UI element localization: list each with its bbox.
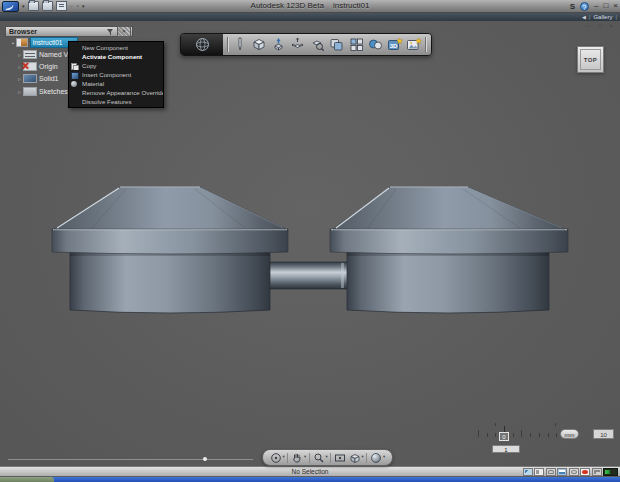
menu-item-new-component[interactable]: New Component xyxy=(69,43,163,52)
document-title: instructi01 xyxy=(333,1,369,10)
tree-node-solid[interactable]: ▹ Solid1 xyxy=(18,73,58,84)
sketch-pen-icon[interactable] xyxy=(231,36,248,53)
sketch-toggle-icon[interactable] xyxy=(523,468,533,476)
scale-value-box[interactable]: 10 xyxy=(593,429,614,439)
main-toolbar: 3D xyxy=(180,33,432,56)
tree-bullet: • xyxy=(12,40,14,46)
filter-funnel-icon[interactable] xyxy=(107,28,114,35)
press-pull-icon[interactable] xyxy=(270,36,287,53)
help-icon[interactable]: ? xyxy=(580,2,589,11)
os-taskbar-edge xyxy=(0,477,620,482)
sketches-icon xyxy=(23,87,37,96)
tree-node-origin[interactable]: ▹ × Origin xyxy=(18,61,58,72)
menu-item-activate-component[interactable]: Activate Component xyxy=(69,52,163,61)
view-style-cube-icon[interactable]: ▾ xyxy=(349,452,364,464)
main-menu-button[interactable] xyxy=(181,34,223,55)
look-at-icon[interactable] xyxy=(334,452,346,464)
separator: | xyxy=(589,13,591,21)
maximize-button[interactable]: □ xyxy=(603,0,608,12)
sync-icon[interactable]: S xyxy=(570,2,575,11)
insert-image-icon[interactable] xyxy=(406,36,423,53)
browser-panel-title: Browser xyxy=(6,28,107,35)
copy-icon xyxy=(71,63,79,70)
hidden-red-x-icon: × xyxy=(22,60,29,72)
menu-item-material[interactable]: Material xyxy=(69,79,163,88)
menu-item-dissolve-features[interactable]: Dissolve Features xyxy=(69,97,163,106)
snap-magnify-icon[interactable] xyxy=(309,36,326,53)
expander-icon[interactable]: ▹ xyxy=(18,75,21,82)
insert-component-icon xyxy=(71,72,79,80)
title-bar: ▾ – • ▾ Autodesk 123D Betainstructi01 S … xyxy=(0,0,620,13)
close-button[interactable]: × xyxy=(613,0,618,12)
gallery-tab[interactable]: Gallery xyxy=(593,13,612,21)
solid-icon xyxy=(23,74,37,83)
minimize-button[interactable]: – xyxy=(594,0,598,12)
material-spheres-icon[interactable] xyxy=(367,36,384,53)
menu-item-remove-appearance-override[interactable]: Remove Appearance Override xyxy=(69,88,163,97)
context-menu: New Component Activate Component Copy In… xyxy=(68,41,164,108)
primitive-cube-icon[interactable] xyxy=(250,36,267,53)
timeline-track[interactable] xyxy=(8,459,253,460)
toolbar-separator xyxy=(425,37,426,52)
expander-icon[interactable]: ▹ xyxy=(18,63,21,70)
ruler-value-box[interactable]: 1 xyxy=(492,445,520,453)
ruler-origin-label: 0 xyxy=(499,432,509,441)
separator: | xyxy=(615,13,617,21)
tree-node-label: Solid1 xyxy=(39,75,58,82)
component-icon xyxy=(16,38,28,47)
ruler-top-mark xyxy=(495,423,496,426)
timeline-handle[interactable] xyxy=(203,457,207,461)
zoom-icon[interactable]: ▾ xyxy=(313,452,328,464)
performance-meter-icon xyxy=(603,468,618,476)
svg-text:3D: 3D xyxy=(390,43,398,49)
browser-panel-header[interactable]: Browser × xyxy=(5,26,133,37)
viewcube-top-face[interactable]: TOP xyxy=(580,49,601,70)
layout-grid-icon[interactable] xyxy=(557,468,567,476)
app-window: ▾ – • ▾ Autodesk 123D Betainstructi01 S … xyxy=(0,0,620,482)
document-icon[interactable] xyxy=(534,468,544,476)
wireframe-sphere-icon xyxy=(194,36,211,53)
taskbar-start-area xyxy=(0,477,54,482)
render-sphere-icon[interactable]: ▾ xyxy=(370,452,385,464)
record-target-icon[interactable] xyxy=(580,468,590,476)
combine-icon[interactable] xyxy=(328,36,345,53)
orbit-icon[interactable]: ▾ xyxy=(270,452,285,464)
pattern-icon[interactable] xyxy=(348,36,365,53)
pan-hand-icon[interactable]: ▾ xyxy=(291,452,306,464)
toolbar-separator xyxy=(227,37,228,52)
status-icons xyxy=(523,467,619,477)
3d-viewport[interactable]: – □ × xyxy=(0,21,620,466)
nav-separator xyxy=(366,453,367,463)
move-icon[interactable] xyxy=(289,36,306,53)
circle-toggle-icon[interactable] xyxy=(569,468,579,476)
material-icon xyxy=(71,81,77,87)
viewcube[interactable]: TOP xyxy=(577,46,604,73)
unit-button[interactable]: mm xyxy=(560,429,579,439)
toolbar-tools: 3D xyxy=(223,34,431,55)
origin-icon: × xyxy=(23,62,37,71)
menu-item-insert-component[interactable]: Insert Component xyxy=(69,70,163,79)
lock-icon[interactable] xyxy=(546,468,556,476)
window-title: Autodesk 123D Betainstructi01 xyxy=(0,0,620,12)
expander-icon[interactable]: ▹ xyxy=(18,51,21,58)
nav-separator xyxy=(287,453,288,463)
tree-node-label: Origin xyxy=(39,63,58,70)
collapse-gallery-icon[interactable]: ◀ xyxy=(582,13,586,21)
insert-3d-icon[interactable]: 3D xyxy=(387,36,404,53)
grid-scale-ruler xyxy=(478,429,566,437)
app-title: Autodesk 123D Beta xyxy=(251,1,324,10)
tree-node-label: Sketches xyxy=(39,88,68,95)
browser-close-icon[interactable]: × xyxy=(117,26,131,37)
window-controls: S ? – □ × xyxy=(570,0,618,12)
status-bar: No Selection xyxy=(0,466,620,476)
named-views-icon xyxy=(23,50,37,59)
windows-icon[interactable] xyxy=(592,468,602,476)
expander-icon[interactable]: ▹ xyxy=(18,88,21,95)
navigation-bar: ▾ ▾ ▾ ▾ ▾ xyxy=(262,449,393,466)
ruler-top-mark xyxy=(555,423,556,426)
menu-item-copy[interactable]: Copy xyxy=(69,61,163,70)
nav-separator xyxy=(330,453,331,463)
tree-node-sketches[interactable]: ▹ Sketches xyxy=(18,86,68,97)
nav-separator xyxy=(309,453,310,463)
